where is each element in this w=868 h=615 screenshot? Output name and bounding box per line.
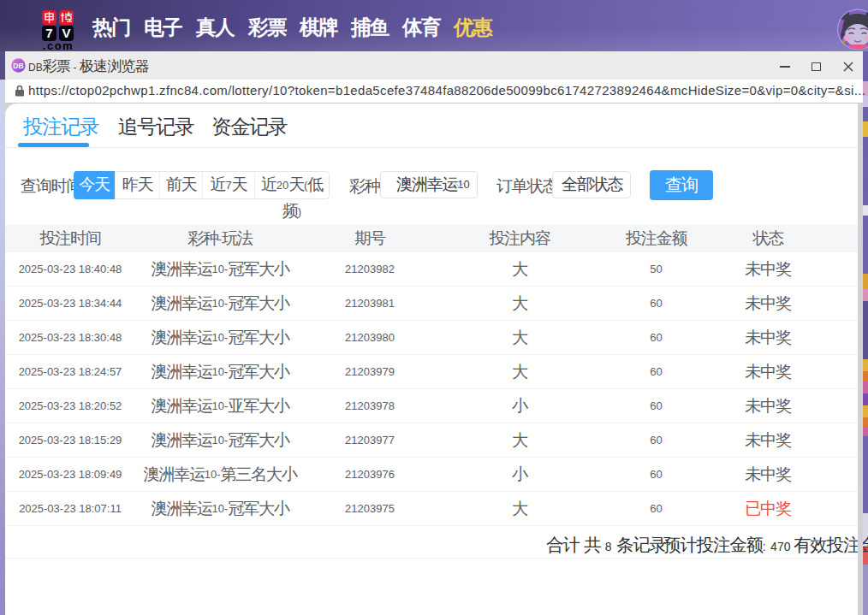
svg-text:DB: DB [13,62,23,70]
